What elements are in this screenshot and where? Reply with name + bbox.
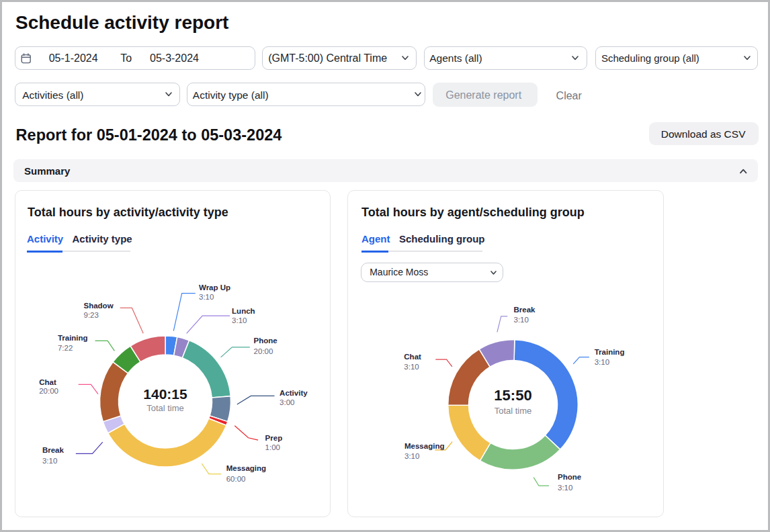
svg-text:3:10: 3:10 bbox=[514, 316, 529, 324]
svg-text:Break: Break bbox=[42, 446, 65, 454]
svg-text:Training: Training bbox=[58, 334, 88, 342]
svg-text:Lunch: Lunch bbox=[232, 307, 255, 315]
svg-text:Phone: Phone bbox=[254, 337, 277, 345]
svg-text:140:15: 140:15 bbox=[143, 386, 187, 402]
svg-text:Activity: Activity bbox=[280, 389, 308, 397]
svg-text:20:00: 20:00 bbox=[39, 387, 58, 395]
svg-text:3:10: 3:10 bbox=[595, 358, 609, 366]
svg-text:3:10: 3:10 bbox=[42, 457, 57, 465]
svg-text:Total time: Total time bbox=[495, 406, 532, 416]
svg-text:Messaging: Messaging bbox=[404, 442, 444, 450]
svg-text:60:00: 60:00 bbox=[226, 475, 246, 483]
svg-text:1:00: 1:00 bbox=[265, 443, 280, 451]
svg-text:3:10: 3:10 bbox=[199, 293, 214, 301]
svg-text:Total time: Total time bbox=[146, 403, 184, 413]
svg-text:20:00: 20:00 bbox=[254, 347, 273, 355]
svg-text:Chat: Chat bbox=[404, 353, 421, 361]
svg-text:Phone: Phone bbox=[558, 473, 581, 481]
svg-text:3:00: 3:00 bbox=[280, 398, 294, 406]
svg-text:7:22: 7:22 bbox=[58, 344, 73, 352]
svg-text:3:10: 3:10 bbox=[558, 484, 572, 492]
svg-text:Shadow: Shadow bbox=[84, 302, 114, 310]
svg-text:3:10: 3:10 bbox=[404, 363, 419, 371]
svg-text:Break: Break bbox=[514, 306, 536, 314]
svg-text:Wrap Up: Wrap Up bbox=[199, 283, 230, 292]
svg-text:3:10: 3:10 bbox=[232, 316, 247, 324]
svg-text:Messaging: Messaging bbox=[226, 464, 266, 472]
svg-text:Training: Training bbox=[595, 348, 625, 356]
svg-text:9:23: 9:23 bbox=[84, 311, 99, 319]
svg-text:Prep: Prep bbox=[265, 434, 283, 442]
svg-text:3:10: 3:10 bbox=[404, 452, 419, 460]
svg-text:15:50: 15:50 bbox=[494, 387, 531, 404]
svg-text:Chat: Chat bbox=[39, 378, 56, 386]
